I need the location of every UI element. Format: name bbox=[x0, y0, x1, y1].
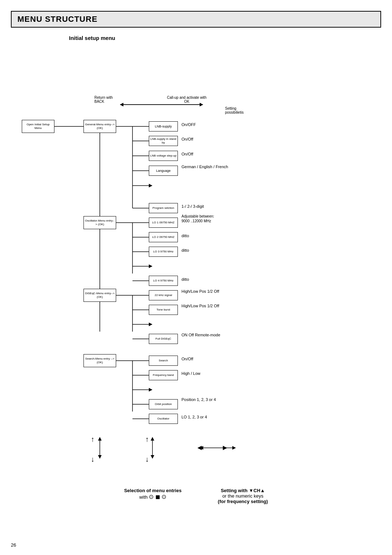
footer-selection: Selection of menu entries with ⊙ ◼ ⊙ bbox=[124, 488, 181, 504]
svg-marker-27 bbox=[149, 264, 152, 268]
diseqc-menu-box: DiSEqC-Menu entry--> (OK) bbox=[83, 289, 116, 302]
search-menu-box: Search-Menu entry --> (OK) bbox=[83, 354, 116, 367]
nav-arrows-left: ↑ bbox=[91, 435, 94, 443]
program-sel-box: Program selction bbox=[149, 203, 178, 213]
nav-arrows-left-down: ↓ bbox=[91, 455, 94, 463]
svg-marker-64 bbox=[120, 103, 123, 106]
tone-burst-box: Tone burst bbox=[149, 305, 178, 315]
svg-marker-49 bbox=[149, 388, 152, 392]
diagram: Return with BACK Call-up and activate wi… bbox=[11, 48, 381, 484]
svg-marker-62 bbox=[232, 446, 236, 450]
lnb-standby-box: LNB-supply in stand by bbox=[149, 136, 178, 146]
language-box: Language bbox=[149, 166, 178, 176]
lo2-box: LO 2 09750 MHZ bbox=[149, 232, 178, 242]
nav-arrows-right-right: ► bbox=[221, 443, 229, 452]
footer-setting: Setting with ▼CH▲ or the numeric keys(fo… bbox=[218, 488, 268, 504]
callup-label: Call-up and activate with OK bbox=[167, 96, 207, 104]
page-header: MENU STRUCTURE bbox=[11, 11, 381, 28]
lnb-voltage-setting: On/Off bbox=[181, 152, 193, 156]
lo1-box: LO 1 09750 MHZ bbox=[149, 218, 178, 228]
open-initial-box: Open Initial Setup Menu bbox=[22, 120, 54, 133]
search-setting: On/Off bbox=[181, 357, 193, 361]
selection-icons: ⊙ ◼ ⊙ bbox=[149, 494, 166, 500]
section-title: Initial setup menu bbox=[69, 35, 381, 41]
full-diseqc-box: Full DiSEqC bbox=[149, 334, 178, 344]
signal-22khz-box: 22 kHz signal bbox=[149, 290, 178, 300]
full-diseqc-setting: ON Off Remote-mode bbox=[181, 332, 220, 338]
svg-marker-58 bbox=[151, 437, 154, 441]
setting-possibilietis: Setting possibilietis bbox=[225, 106, 244, 114]
lnb-supply-setting: On/OFF bbox=[181, 122, 196, 127]
svg-marker-55 bbox=[98, 437, 102, 441]
lnb-supply-box: LNB-supply bbox=[149, 121, 178, 131]
lnb-standby-setting: On/Off bbox=[181, 137, 193, 141]
svg-marker-13 bbox=[149, 184, 152, 187]
signal-22khz-setting: High/Low Pos 1/2 Off bbox=[181, 289, 219, 294]
setting-sub: or the numeric keys(for frequency settin… bbox=[218, 493, 268, 504]
tone-burst-setting: High/Low Pos 1/2 Off bbox=[181, 303, 219, 309]
nav-arrows-mid-down: ↓ bbox=[145, 455, 149, 463]
lo2-setting: ditto bbox=[181, 234, 189, 238]
page-number: 26 bbox=[11, 542, 16, 548]
svg-marker-38 bbox=[149, 323, 152, 326]
lo4-box: LO 4 9750 MHz bbox=[149, 276, 178, 286]
lo3-box: LO 3 9750 MHz bbox=[149, 247, 178, 257]
oscillator-search-box: Oscillator bbox=[149, 414, 178, 424]
program-sel-setting: 1-/ 2-/ 3-digit bbox=[181, 204, 204, 208]
lo3-setting: ditto bbox=[181, 248, 189, 252]
nav-arrows-mid: ↑ bbox=[145, 435, 149, 443]
lo1-setting: Adjustable between:9000 ..12000 MHz bbox=[181, 214, 214, 223]
orbit-pos-setting: Position 1, 2, 3 or 4 bbox=[181, 397, 216, 402]
return-label: Return with BACK bbox=[94, 96, 113, 104]
language-setting: German / English / French bbox=[181, 165, 228, 169]
general-menu-box: General-Menu entry-->(OK) bbox=[83, 120, 116, 133]
lnb-voltage-box: LNB voltage step-up bbox=[149, 151, 178, 161]
oscillator-setting: LO 1, 2, 3 or 4 bbox=[181, 415, 207, 419]
freq-band-box: Frequency band bbox=[149, 370, 178, 380]
page-content: Initial setup menu bbox=[11, 35, 381, 511]
oscillator-menu-box: Oscillator-Menu entry--> (OK) bbox=[83, 216, 116, 229]
lo4-setting: ditto bbox=[181, 277, 189, 281]
nav-arrows-right-left: ◄ bbox=[196, 443, 203, 452]
svg-marker-59 bbox=[151, 455, 154, 459]
freq-band-setting: High / Low bbox=[181, 371, 200, 376]
orbit-pos-box: Orbit position bbox=[149, 399, 178, 409]
search-box: Search bbox=[149, 356, 178, 366]
page-title: MENU STRUCTURE bbox=[17, 15, 375, 24]
svg-marker-56 bbox=[98, 455, 102, 459]
footer-section: Selection of menu entries with ⊙ ◼ ⊙ Set… bbox=[11, 488, 381, 511]
